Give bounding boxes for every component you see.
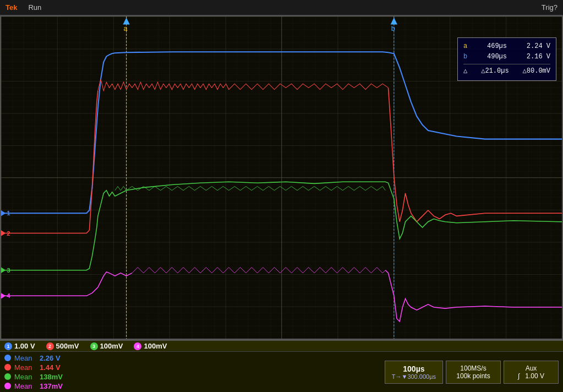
- main-display: 1 2 3 4 a b a 469µs 2.24 V: [0, 15, 563, 340]
- ch2-meas-dot: [4, 364, 11, 371]
- ch2-mean-row: Mean 1.44 V: [4, 363, 315, 372]
- ch1-mean-label: Mean: [14, 354, 36, 362]
- measurements-row: Mean 2.26 V Mean 1.44 V Mean 138mV Mean …: [0, 352, 563, 392]
- channel-scales: 1 1.00 V 2 500mV 3 100mV 4 100mV: [0, 341, 563, 352]
- cursor-a-voltage: 2.24 V: [527, 41, 550, 52]
- cursor-box: a 469µs 2.24 V b 490µs 2.16 V △ △21.0µs …: [457, 37, 556, 81]
- aux-value: ∫ 1.00 V: [511, 372, 551, 380]
- svg-text:4: 4: [7, 292, 10, 299]
- timebase-div: 100µs: [392, 364, 436, 373]
- sample-points: 100k points: [453, 372, 494, 380]
- ch1-scale-value: 1.00 V: [14, 342, 35, 350]
- sample-rate: 100MS/s: [453, 364, 494, 372]
- cursor-a-time: 469µs: [487, 41, 507, 52]
- ch1-mean-value: 2.26 V: [40, 354, 61, 362]
- top-bar: Tek Run Trig?: [0, 0, 563, 15]
- ch4-scale: 4 100mV: [134, 342, 167, 350]
- oscilloscope: Tek Run Trig?: [0, 0, 563, 392]
- svg-text:1: 1: [7, 210, 10, 216]
- ch4-mean-value: 137mV: [40, 382, 63, 390]
- svg-text:b: b: [391, 25, 395, 32]
- trig-label: Trig?: [542, 3, 557, 12]
- ch4-dot: 4: [134, 342, 141, 350]
- ch1-dot: 1: [4, 342, 12, 350]
- timebase-pos: T→▼300.000µs: [392, 373, 436, 380]
- aux-symbol: ∫: [518, 372, 520, 380]
- timebase-box[interactable]: 100µs T→▼300.000µs: [385, 361, 443, 384]
- ch1-mean-row: Mean 2.26 V: [4, 353, 315, 362]
- measurements-right: 100µs T→▼300.000µs 100MS/s 100k points A…: [319, 352, 563, 392]
- cursor-b-voltage: 2.16 V: [527, 52, 550, 62]
- aux-voltage: 1.00 V: [525, 372, 544, 380]
- svg-text:3: 3: [7, 267, 10, 274]
- svg-text:2: 2: [7, 230, 10, 237]
- cursor-delta-label: △: [463, 66, 467, 77]
- aux-box[interactable]: Aux ∫ 1.00 V: [504, 361, 559, 384]
- ch3-mean-value: 138mV: [40, 373, 63, 381]
- ch3-mean-row: Mean 138mV: [4, 372, 315, 381]
- ch3-scale-value: 100mV: [100, 342, 123, 350]
- cursor-delta-voltage: △80.0mV: [523, 66, 550, 77]
- measurements-left: Mean 2.26 V Mean 1.44 V Mean 138mV Mean …: [0, 352, 319, 392]
- sample-rate-box[interactable]: 100MS/s 100k points: [446, 361, 501, 384]
- ch3-dot: 3: [90, 342, 98, 350]
- cursor-a-label: a: [463, 41, 467, 52]
- ch2-scale-value: 500mV: [56, 342, 79, 350]
- ch1-meas-dot: [4, 355, 11, 361]
- scope-screen: 1 2 3 4 a b a 469µs 2.24 V: [0, 15, 563, 340]
- ch2-dot: 2: [46, 342, 54, 350]
- ch2-mean-label: Mean: [14, 363, 36, 372]
- ch3-scale: 3 100mV: [90, 342, 123, 350]
- svg-text:a: a: [123, 25, 127, 32]
- ch3-mean-label: Mean: [14, 373, 36, 381]
- cursor-b-time: 490µs: [487, 52, 507, 62]
- ch1-scale: 1 1.00 V: [4, 342, 35, 350]
- ch4-mean-label: Mean: [14, 382, 36, 390]
- cursor-delta-time: △21.0µs: [481, 66, 509, 77]
- ch2-mean-value: 1.44 V: [40, 363, 61, 372]
- bottom-bar: 1 1.00 V 2 500mV 3 100mV 4 100mV Mean: [0, 340, 563, 392]
- top-bar-left: Tek Run: [6, 3, 41, 12]
- cursor-b-label: b: [463, 52, 467, 62]
- aux-label: Aux: [511, 364, 551, 372]
- ch4-meas-dot: [4, 383, 11, 389]
- brand-label: Tek: [6, 3, 17, 12]
- ch4-scale-value: 100mV: [144, 342, 167, 350]
- run-menu[interactable]: Run: [28, 3, 41, 12]
- ch2-scale: 2 500mV: [46, 342, 79, 350]
- ch3-meas-dot: [4, 373, 11, 380]
- ch4-mean-row: Mean 137mV: [4, 382, 315, 390]
